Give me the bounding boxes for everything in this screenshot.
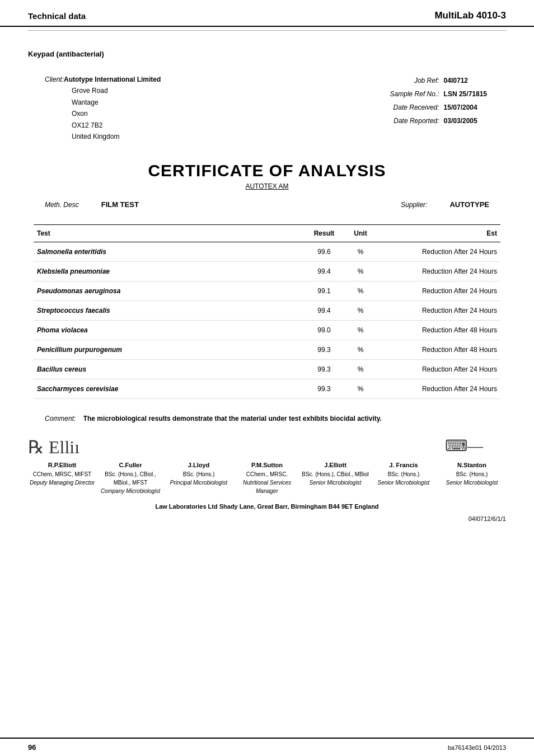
results-table: Test Result Unit Est Salmonella enteriti… <box>34 224 500 399</box>
footer-page-number: 96 <box>28 743 36 752</box>
comment-section: Comment: The microbiological results dem… <box>0 405 534 433</box>
est-val-cell: Reduction After 48 Hours <box>377 321 500 340</box>
method-line: Meth. Desc FILM TEST Supplier: AUTOTYPE <box>0 196 534 213</box>
sig-person: R.P.ElliottCChem, MRSC, MIFSTDeputy Mana… <box>28 461 96 487</box>
signature-scribble-rp: ℞ Elliı <box>28 438 112 456</box>
header-title: Technical data <box>28 11 86 21</box>
subject-line: Keypad (antibacterial) <box>0 34 534 68</box>
table-row: Phoma violacea99.0%Reduction After 48 Ho… <box>34 321 500 340</box>
page: Technical data MultiLab 4010-3 Keypad (a… <box>0 0 534 756</box>
est-val-cell: Reduction After 48 Hours <box>377 340 500 360</box>
unit-val-cell: % <box>344 340 377 360</box>
table-row: Klebsiella pneumoniae99.4%Reduction Afte… <box>34 262 500 281</box>
test-name-cell: Phoma violacea <box>34 321 305 340</box>
unit-val-cell: % <box>344 301 377 321</box>
reported-value: 03/03/2005 <box>442 114 489 128</box>
table-row: Saccharmyces cerevisiae99.3%Reduction Af… <box>34 379 500 399</box>
unit-val-cell: % <box>344 242 377 262</box>
table-row: Penicillium purpurogenum99.3%Reduction A… <box>34 340 500 360</box>
client-label: Client: <box>45 76 64 83</box>
client-address-2: Wantage <box>72 97 99 108</box>
test-name-cell: Saccharmyces cerevisiae <box>34 379 305 399</box>
sample-value: LSN 25/71815 <box>442 87 489 101</box>
test-name-cell: Penicillium purpurogenum <box>34 340 305 360</box>
client-address-3: Oxon <box>72 108 88 119</box>
result-val-cell: 99.3 <box>305 379 344 399</box>
col-header-est: Est <box>377 225 500 242</box>
cert-heading: CERTIFICATE OF ANALYSIS <box>0 161 534 180</box>
result-val-cell: 99.3 <box>305 360 344 379</box>
test-name-cell: Pseudomonas aeruginosa <box>34 281 305 301</box>
ref-value: 04I0712 <box>442 74 489 87</box>
results-section: Test Result Unit Est Salmonella enteriti… <box>34 224 500 399</box>
unit-val-cell: % <box>344 281 377 301</box>
sig-person: C.FullerBSc. (Hons.), CBiol., MBiol., MF… <box>96 461 165 495</box>
footer: 96 ba76143e01 04/2013 <box>0 738 534 756</box>
unit-val-cell: % <box>344 379 377 399</box>
sig-person: P.M.SuttonCChem., MRSC.Nutritional Servi… <box>233 461 301 495</box>
supplier-label: Supplier: <box>401 201 427 209</box>
test-name-cell: Salmonella enteritidis <box>34 242 305 262</box>
unit-val-cell: % <box>344 321 377 340</box>
cert-subheading: AUTOTEX AM <box>0 182 534 190</box>
comment-label: Comment: <box>45 415 76 422</box>
est-val-cell: Reduction After 24 Hours <box>377 360 500 379</box>
unit-val-cell: % <box>344 262 377 281</box>
result-val-cell: 99.3 <box>305 340 344 360</box>
unit-val-cell: % <box>344 360 377 379</box>
table-row: Salmonella enteritidis99.6%Reduction Aft… <box>34 242 500 262</box>
header-brand: MultiLab 4010-3 <box>434 10 506 21</box>
received-value: 15/07/2004 <box>442 101 489 114</box>
col-header-result: Result <box>305 225 344 242</box>
sig-person: N.StantonBSc. (Hons.)Senior Microbiologi… <box>438 461 506 487</box>
reported-label: Date Reported: <box>388 114 442 128</box>
test-name-cell: Streptococcus faecalis <box>34 301 305 321</box>
result-val-cell: 99.4 <box>305 301 344 321</box>
est-val-cell: Reduction After 24 Hours <box>377 262 500 281</box>
est-val-cell: Reduction After 24 Hours <box>377 301 500 321</box>
cert-title: CERTIFICATE OF ANALYSIS <box>0 161 534 180</box>
sig-person: J. FrancisBSc. (Hons.)Senior Microbiolog… <box>369 461 438 487</box>
comment-text: The microbiological results demonstrate … <box>83 415 382 422</box>
col-header-test: Test <box>34 225 305 242</box>
client-address-1: Grove Road <box>72 85 108 96</box>
ref-label: Job Ref: <box>388 74 442 87</box>
client-address-4: OX12 7B2 <box>72 120 102 131</box>
client-block: Client:Autotype International Limited Gr… <box>45 74 161 142</box>
supplier-value: AUTOTYPE <box>449 200 489 209</box>
test-name-cell: Klebsiella pneumoniae <box>34 262 305 281</box>
client-address-5: United Kingdom <box>72 131 119 142</box>
header: Technical data MultiLab 4010-3 <box>0 0 534 27</box>
signature-scribble-jf: ⌨— <box>422 438 506 456</box>
est-val-cell: Reduction After 24 Hours <box>377 242 500 262</box>
client-info-section: Client:Autotype International Limited Gr… <box>0 68 534 148</box>
method-value: FILM TEST <box>101 200 139 209</box>
top-divider <box>28 30 506 31</box>
job-info: Job Ref: 04I0712 Sample Ref No.: LSN 25/… <box>388 74 489 142</box>
lab-address: Law Laboratories Ltd Shady Lane, Great B… <box>0 503 534 510</box>
received-label: Date Received: <box>388 101 442 114</box>
sig-person: J.ElliottBSc. (Hons.), CBiol., MBiolSeni… <box>301 461 369 487</box>
page-ref: 04I0712/6/1/1 <box>0 514 534 523</box>
method-label: Meth. Desc <box>45 201 79 209</box>
sig-person: J.LloydBSc. (Hons.)Principal Microbiolog… <box>165 461 233 487</box>
col-header-unit: Unit <box>344 225 377 242</box>
job-info-table: Job Ref: 04I0712 Sample Ref No.: LSN 25/… <box>388 74 489 128</box>
est-val-cell: Reduction After 24 Hours <box>377 281 500 301</box>
sig-persons: R.P.ElliottCChem, MRSC, MIFSTDeputy Mana… <box>28 461 506 495</box>
sample-label: Sample Ref No.: <box>388 87 442 101</box>
signatures-section: ℞ Elliı ⌨— R.P.ElliottCChem, MRSC, MIFST… <box>0 433 534 499</box>
table-row: Streptococcus faecalis99.4%Reduction Aft… <box>34 301 500 321</box>
footer-doc-ref: ba76143e01 04/2013 <box>448 744 506 751</box>
client-name: Autotype International Limited <box>64 76 161 83</box>
est-val-cell: Reduction After 24 Hours <box>377 379 500 399</box>
result-val-cell: 99.4 <box>305 262 344 281</box>
result-val-cell: 99.1 <box>305 281 344 301</box>
result-val-cell: 99.6 <box>305 242 344 262</box>
result-val-cell: 99.0 <box>305 321 344 340</box>
table-row: Pseudomonas aeruginosa99.1%Reduction Aft… <box>34 281 500 301</box>
table-row: Bacillus cereus99.3%Reduction After 24 H… <box>34 360 500 379</box>
test-name-cell: Bacillus cereus <box>34 360 305 379</box>
